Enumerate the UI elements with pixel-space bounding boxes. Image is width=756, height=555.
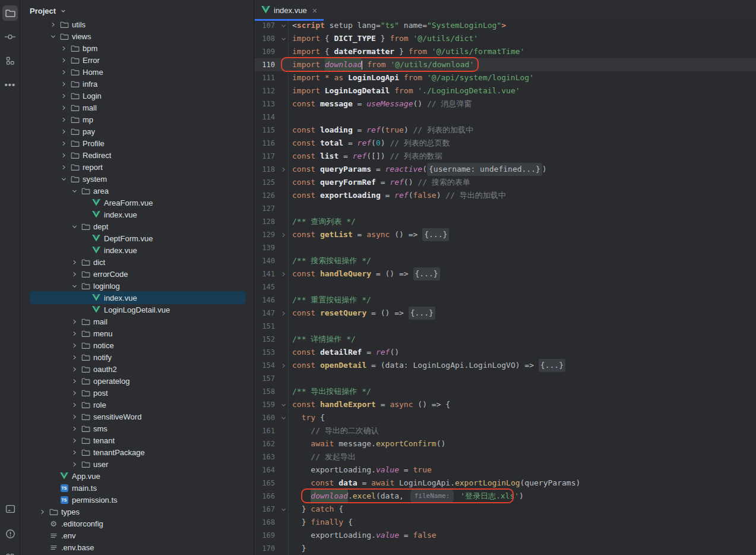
code-line-147[interactable]: 147const resetQuery = () => {...} — [255, 307, 756, 320]
chevron-right-icon[interactable] — [59, 55, 68, 65]
code-line-117[interactable]: 117const list = ref([]) // 列表的数据 — [255, 150, 756, 163]
chevron-right-icon[interactable] — [59, 103, 68, 112]
code-line-111[interactable]: 111import * as LoginLogApi from '@/api/s… — [255, 71, 756, 84]
tree-item-index-vue[interactable]: index.vue — [20, 209, 254, 220]
tree-item-mp[interactable]: mp — [20, 113, 254, 125]
tree-item-loginlog[interactable]: loginlog — [20, 280, 254, 292]
tree-item-deptform-vue[interactable]: DeptForm.vue — [20, 232, 254, 244]
chevron-right-icon[interactable] — [69, 447, 79, 457]
code-line-165[interactable]: 165 const data = await LoginLogApi.expor… — [255, 477, 756, 490]
chevron-down-icon[interactable] — [48, 31, 58, 41]
fold-collapsed-icon[interactable] — [279, 166, 288, 173]
tab-index-vue[interactable]: index.vue × — [255, 0, 324, 21]
tree-item-loginlogdetail-vue[interactable]: LoginLogDetail.vue — [20, 304, 254, 316]
tree-item-index-vue[interactable]: index.vue — [20, 292, 254, 304]
code-area[interactable]: 107<script setup lang="ts" name="SystemL… — [255, 0, 756, 555]
tree-item-types[interactable]: types — [20, 506, 254, 518]
chevron-right-icon[interactable] — [69, 436, 79, 445]
code-line-162[interactable]: 162 await message.exportConfirm() — [255, 437, 756, 450]
chevron-right-icon[interactable] — [37, 507, 47, 516]
chevron-right-icon[interactable] — [69, 412, 79, 421]
chevron-right-icon[interactable] — [59, 162, 68, 172]
chevron-right-icon[interactable] — [69, 364, 79, 374]
tree-item-notice[interactable]: notice — [20, 339, 254, 351]
code-line-168[interactable]: 168 } finally { — [255, 516, 756, 529]
tree-item-menu[interactable]: menu — [20, 327, 254, 339]
code-line-118[interactable]: 118const queryParams = reactive({usernam… — [255, 163, 756, 176]
code-line-108[interactable]: 108import { DICT_TYPE } from '@/utils/di… — [255, 32, 756, 45]
code-line-114[interactable]: 114 — [255, 111, 756, 124]
tree-item-areaform-vue[interactable]: AreaForm.vue — [20, 197, 254, 209]
tree-item-pay[interactable]: pay — [20, 125, 254, 137]
tree-item-app-vue[interactable]: App.vue — [20, 470, 254, 482]
commit-tool-button[interactable] — [2, 29, 18, 45]
tree-item-permission-ts[interactable]: TSpermission.ts — [20, 494, 254, 506]
tree-item-login[interactable]: Login — [20, 90, 254, 102]
code-line-109[interactable]: 109import { dateFormatter } from '@/util… — [255, 45, 756, 58]
tree-item-dict[interactable]: dict — [20, 256, 254, 268]
code-line-152[interactable]: 152/** 详情操作 */ — [255, 333, 756, 346]
code-line-140[interactable]: 140/** 搜索按钮操作 */ — [255, 254, 756, 267]
tree-item-mall[interactable]: mall — [20, 102, 254, 113]
code-line-161[interactable]: 161 // 导出的二次确认 — [255, 424, 756, 437]
code-line-145[interactable]: 145 — [255, 280, 756, 294]
fold-collapsed-icon[interactable] — [279, 232, 288, 238]
code-line-112[interactable]: 112import LoginLogDetail from './LoginLo… — [255, 84, 756, 97]
tree-item-report[interactable]: report — [20, 161, 254, 173]
fold-collapsed-icon[interactable] — [279, 310, 288, 317]
fold-expanded-icon[interactable] — [279, 506, 288, 513]
code-line-128[interactable]: 128/** 查询列表 */ — [255, 215, 756, 228]
tree-item-system[interactable]: system — [20, 173, 254, 185]
tree-item-tenant[interactable]: tenant — [20, 434, 254, 446]
tree-item-error[interactable]: Error — [20, 54, 254, 66]
code-line-158[interactable]: 158/** 导出按钮操作 */ — [255, 385, 756, 398]
more-tool-windows-button[interactable]: ••• — [2, 77, 18, 92]
chevron-right-icon[interactable] — [59, 91, 68, 100]
chevron-right-icon[interactable] — [69, 269, 79, 279]
code-line-129[interactable]: 129const getList = async () => {...} — [255, 228, 756, 241]
terminal-tool-button[interactable] — [2, 501, 18, 516]
tree-item--env-base[interactable]: .env.base — [20, 541, 254, 553]
tree-item-area[interactable]: area — [20, 185, 254, 197]
tree-item-dept[interactable]: dept — [20, 220, 254, 232]
tree-item-views[interactable]: views — [20, 30, 254, 42]
chevron-right-icon[interactable] — [59, 127, 68, 136]
tree-item-main-ts[interactable]: TSmain.ts — [20, 482, 254, 494]
project-panel-header[interactable]: Project — [20, 0, 254, 21]
tree-item-oauth2[interactable]: oauth2 — [20, 363, 254, 375]
code-line-166[interactable]: 166 download.excel(data, fileName: '登录日志… — [255, 490, 756, 503]
code-line-169[interactable]: 169 exportLoading.value = false — [255, 529, 756, 542]
chevron-right-icon[interactable] — [59, 150, 68, 160]
code-line-151[interactable]: 151 — [255, 320, 756, 333]
tree-item-mail[interactable]: mail — [20, 316, 254, 327]
fold-collapsed-icon[interactable] — [279, 362, 288, 369]
code-line-113[interactable]: 113const message = useMessage() // 消息弹窗 — [255, 97, 756, 111]
fold-expanded-icon[interactable] — [279, 415, 288, 421]
chevron-right-icon[interactable] — [69, 317, 79, 326]
fold-collapsed-icon[interactable] — [279, 271, 288, 278]
code-line-153[interactable]: 153const detailRef = ref() — [255, 346, 756, 359]
chevron-right-icon[interactable] — [59, 79, 68, 89]
code-line-115[interactable]: 115const loading = ref(true) // 列表的加载中 — [255, 124, 756, 137]
fold-expanded-icon[interactable] — [279, 402, 288, 408]
chevron-right-icon[interactable] — [69, 329, 79, 338]
code-line-164[interactable]: 164 exportLoading.value = true — [255, 463, 756, 477]
code-line-160[interactable]: 160 try { — [255, 411, 756, 424]
code-line-157[interactable]: 157 — [255, 372, 756, 385]
tree-item-profile[interactable]: Profile — [20, 137, 254, 149]
code-line-146[interactable]: 146/** 重置按钮操作 */ — [255, 294, 756, 307]
code-line-167[interactable]: 167 } catch { — [255, 503, 756, 516]
chevron-right-icon[interactable] — [69, 459, 79, 469]
code-line-126[interactable]: 126const exportLoading = ref(false) // 导… — [255, 189, 756, 202]
tree-item-tenantpackage[interactable]: tenantPackage — [20, 446, 254, 458]
chevron-right-icon[interactable] — [69, 340, 79, 350]
code-line-110[interactable]: 110import download from '@/utils/downloa… — [255, 58, 756, 71]
chevron-right-icon[interactable] — [59, 138, 68, 148]
close-icon[interactable]: × — [312, 7, 317, 15]
tree-item--env[interactable]: .env — [20, 529, 254, 541]
problems-tool-button[interactable] — [2, 526, 18, 541]
chevron-right-icon[interactable] — [69, 257, 79, 267]
tree-item-user[interactable]: user — [20, 458, 254, 470]
code-line-159[interactable]: 159const handleExport = async () => { — [255, 398, 756, 411]
tree-item-role[interactable]: role — [20, 399, 254, 411]
